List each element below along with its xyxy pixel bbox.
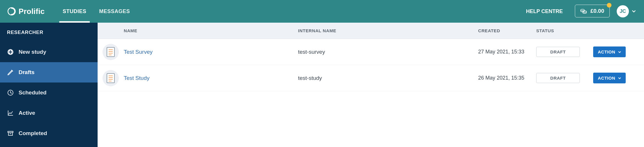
- nav-messages[interactable]: MESSAGES: [93, 0, 136, 23]
- col-header-name: NAME: [124, 28, 298, 33]
- col-header-internal-name: INTERNAL NAME: [298, 28, 478, 33]
- sidebar-item-scheduled[interactable]: Scheduled: [0, 83, 98, 103]
- main-content: NAME INTERNAL NAME CREATED STATUS: [98, 23, 644, 147]
- document-icon: [106, 47, 115, 57]
- sidebar-item-label: Completed: [19, 130, 47, 137]
- sidebar-item-label: Active: [19, 110, 35, 116]
- study-created: 26 May 2021, 15:35: [478, 75, 536, 81]
- sidebar-item-active[interactable]: Active: [0, 103, 98, 123]
- study-name-link[interactable]: Test Study: [124, 75, 298, 81]
- study-icon: [103, 70, 119, 86]
- study-internal-name: test-study: [298, 75, 478, 81]
- col-header-created: CREATED: [478, 28, 536, 33]
- balance-amount: £0.00: [590, 8, 604, 14]
- svg-point-1: [11, 8, 12, 9]
- action-button-label: ACTION: [598, 76, 615, 80]
- chart-icon: [7, 110, 14, 116]
- action-button[interactable]: ACTION: [593, 46, 626, 57]
- prolific-logo-icon: [8, 7, 16, 15]
- balance-button[interactable]: £0.00: [575, 5, 610, 17]
- topbar: Prolific STUDIES MESSAGES HELP CENTRE £0…: [0, 0, 644, 23]
- sidebar: RESEARCHER New study Drafts Scheduled: [0, 23, 98, 147]
- user-menu[interactable]: JC: [614, 0, 636, 23]
- nav-studies-label: STUDIES: [63, 8, 87, 15]
- status-badge: DRAFT: [536, 73, 580, 83]
- action-button[interactable]: ACTION: [593, 73, 626, 83]
- avatar-initials: JC: [620, 8, 626, 14]
- col-header-status: STATUS: [536, 28, 586, 33]
- status-badge: DRAFT: [536, 47, 580, 57]
- sidebar-item-completed[interactable]: Completed: [0, 123, 98, 144]
- study-name-link[interactable]: Test Survey: [124, 49, 298, 55]
- pencil-icon: [7, 69, 14, 76]
- svg-point-2: [581, 9, 585, 11]
- coins-icon: [580, 8, 587, 14]
- study-created: 27 May 2021, 15:33: [478, 49, 536, 55]
- sidebar-item-label: Scheduled: [19, 89, 46, 96]
- sidebar-item-label: Drafts: [19, 69, 35, 76]
- document-icon: [106, 73, 115, 83]
- study-internal-name: test-survey: [298, 49, 478, 55]
- study-icon: [103, 44, 119, 60]
- sidebar-heading: RESEARCHER: [0, 23, 98, 42]
- brand[interactable]: Prolific: [8, 0, 56, 23]
- table-header: NAME INTERNAL NAME CREATED STATUS: [98, 23, 644, 39]
- sidebar-item-new-study[interactable]: New study: [0, 42, 98, 62]
- archive-icon: [7, 130, 14, 137]
- chevron-down-icon: [632, 9, 636, 13]
- caret-down-icon: [618, 51, 621, 53]
- table-row: Test Survey test-survey 27 May 2021, 15:…: [98, 39, 644, 65]
- sidebar-item-label: New study: [19, 49, 46, 55]
- help-centre-label: HELP CENTRE: [526, 8, 563, 15]
- top-nav: STUDIES MESSAGES: [56, 0, 137, 23]
- avatar: JC: [617, 5, 629, 17]
- plus-circle-icon: [7, 49, 14, 55]
- sidebar-item-drafts[interactable]: Drafts: [0, 62, 98, 83]
- action-button-label: ACTION: [598, 49, 615, 54]
- table-row: Test Study test-study 26 May 2021, 15:35…: [98, 65, 644, 91]
- nav-messages-label: MESSAGES: [99, 8, 130, 15]
- nav-studies[interactable]: STUDIES: [56, 0, 93, 23]
- clock-icon: [7, 89, 14, 96]
- caret-down-icon: [618, 77, 621, 80]
- svg-rect-7: [107, 47, 114, 57]
- svg-rect-12: [107, 74, 114, 83]
- notification-dot-icon: [607, 3, 611, 8]
- brand-name: Prolific: [19, 7, 45, 16]
- help-centre-link[interactable]: HELP CENTRE: [518, 0, 571, 23]
